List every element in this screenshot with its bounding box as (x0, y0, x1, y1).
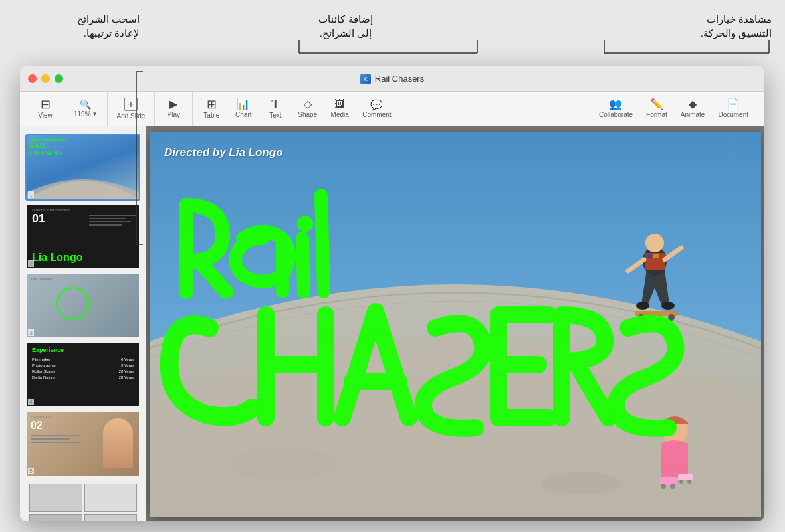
svg-point-22 (670, 484, 675, 489)
canvas-area: Directed by Lia Longo (146, 126, 764, 521)
svg-rect-23 (678, 474, 693, 480)
format-button[interactable]: ✏️ Format (642, 96, 671, 121)
slide-number-4: 4 (28, 399, 34, 405)
animate-button[interactable]: ◆ Animate (677, 96, 709, 121)
bracket-slides (130, 72, 143, 244)
zoom-button[interactable]: 🔍 119% ▼ (70, 97, 102, 120)
svg-point-17 (638, 314, 645, 321)
toolbar-group-right: 👥 Collaborate ✏️ Format ◆ Animate 📄 Docu… (590, 92, 758, 126)
window-title: K Rail Chasers (360, 74, 424, 84)
slide-thumb-5[interactable]: Testimonial 02 5 (25, 410, 140, 477)
chart-icon: 📊 (237, 99, 250, 110)
format-icon: ✏️ (650, 99, 663, 110)
table-icon: ⊞ (207, 98, 217, 110)
annotation-add-objects: إضافة كائنات إلى الشرائح. (279, 12, 412, 40)
svg-point-15 (661, 302, 675, 310)
table-button[interactable]: ⊞ Table (198, 96, 225, 122)
svg-point-18 (668, 314, 675, 321)
traffic-lights (28, 74, 63, 83)
text-button[interactable]: T Text (262, 96, 288, 122)
svg-point-25 (687, 480, 691, 484)
toolbar-group-zoom: 🔍 119% ▼ (64, 92, 108, 126)
view-button[interactable]: ⊟ View (32, 96, 58, 122)
collaborate-button[interactable]: 👥 Collaborate (595, 96, 637, 121)
play-icon: ▶ (169, 99, 177, 110)
slide-panel[interactable]: Directed by Lia Longo RAILCHASERS 1 Dire… (20, 126, 146, 521)
keynote-app-icon: K (360, 74, 371, 84)
text-icon: T (271, 98, 279, 110)
toolbar-group-play: ▶ Play (155, 92, 193, 126)
directed-by-text: Directed by Lia Longo (164, 146, 283, 159)
annotation-format-animate: مشاهدة خيارات التنسيق والحركة. (625, 12, 772, 40)
shape-button[interactable]: ◇ Shape (294, 96, 321, 121)
zoom-dropdown-icon: ▼ (92, 111, 98, 117)
slide-number-5: 5 (28, 468, 34, 474)
slide-thumb-4[interactable]: Experience Filmmaker6 Years Photographer… (25, 341, 140, 408)
svg-point-26 (229, 447, 336, 480)
play-button[interactable]: ▶ Play (160, 96, 187, 121)
slide-scene-svg (150, 132, 761, 517)
annotation-drag-slides: اسحب الشرائح لإعادة ترتيبها. (20, 12, 140, 40)
svg-point-14 (636, 302, 649, 310)
comment-icon: 💬 (370, 100, 383, 110)
maximize-button[interactable] (55, 74, 63, 83)
view-icon: ⊟ (41, 98, 51, 110)
document-icon: 📄 (727, 99, 740, 110)
svg-rect-11 (653, 254, 659, 258)
slide-thumb-6[interactable]: 6 (25, 480, 140, 521)
svg-rect-10 (647, 254, 652, 258)
media-button[interactable]: 🖼 Media (326, 96, 353, 121)
shape-icon: ◇ (304, 99, 312, 110)
collaborate-icon: 👥 (609, 99, 622, 110)
slide-number-2: 2 (28, 260, 34, 267)
comment-button[interactable]: 💬 Comment (358, 97, 395, 121)
slide-number-3: 3 (28, 329, 34, 336)
svg-rect-20 (660, 477, 677, 485)
toolbar-group-view: ⊟ View (27, 92, 64, 126)
zoom-icon: 🔍 (80, 100, 91, 109)
slide-thumb-3[interactable]: The Skaters 3 (25, 272, 140, 339)
main-slide: Directed by Lia Longo (150, 132, 761, 517)
svg-point-24 (679, 480, 683, 484)
document-button[interactable]: 📄 Document (714, 96, 752, 121)
slide-thumb-2[interactable]: Director's Introduction 01 Lia Longo 2 (25, 203, 140, 270)
media-icon: 🖼 (334, 99, 345, 110)
toolbar-group-insert: ⊞ Table 📊 Chart T Text ◇ Shape 🖼 Media 💬 (193, 92, 401, 126)
slide-number-1: 1 (28, 191, 34, 198)
svg-point-21 (661, 484, 666, 489)
close-button[interactable] (28, 74, 37, 83)
svg-point-27 (542, 472, 621, 495)
svg-point-8 (645, 234, 664, 252)
minimize-button[interactable] (41, 74, 50, 83)
chart-button[interactable]: 📊 Chart (230, 96, 257, 121)
slide-thumb-1[interactable]: Directed by Lia Longo RAILCHASERS 1 (25, 134, 140, 201)
animate-icon: ◆ (689, 99, 697, 110)
